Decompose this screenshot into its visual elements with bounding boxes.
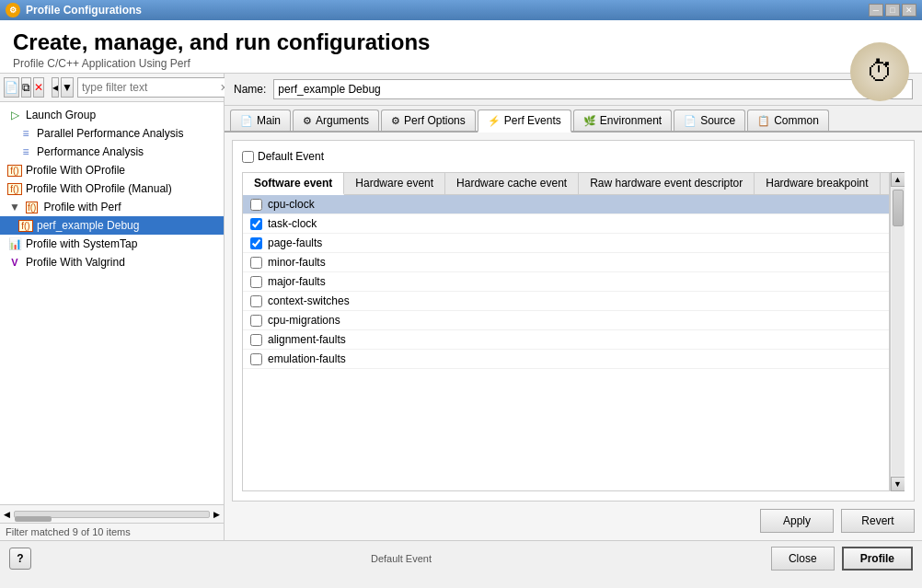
event-table-main: Software event Hardware event Hardware c… <box>242 172 890 491</box>
perf-analysis-icon: ≡ <box>18 145 33 158</box>
help-button[interactable]: ? <box>9 548 31 570</box>
common-tab-icon: 📋 <box>757 115 770 127</box>
cpu-migrations-checkbox[interactable] <box>250 315 262 327</box>
tab-common[interactable]: 📋 Common <box>747 110 829 131</box>
cpu-clock-checkbox[interactable] <box>250 199 262 211</box>
event-tab-raw-hardware[interactable]: Raw hardware event descriptor <box>579 173 755 194</box>
app-icon: ⚙ <box>6 3 20 17</box>
launch-group-icon: ▷ <box>7 109 22 121</box>
default-event-checkbox[interactable] <box>242 151 254 163</box>
perf-example-icon: f() <box>18 220 33 232</box>
perf-events-content: Default Event Software event Hardware ev… <box>232 140 915 502</box>
footer-buttons: Close Profile <box>771 547 913 571</box>
delete-config-button[interactable]: ✕ <box>33 77 44 98</box>
context-switches-checkbox[interactable] <box>250 295 262 307</box>
sidebar-item-parallel-perf[interactable]: ≡ Parallel Performance Analysis <box>0 124 224 143</box>
maximize-button[interactable]: □ <box>885 4 900 17</box>
perf-events-tab-icon: ⚡ <box>488 115 501 127</box>
tab-perf-options-label: Perf Options <box>404 114 466 127</box>
major-faults-checkbox[interactable] <box>250 276 262 288</box>
event-table-wrapper: Software event Hardware event Hardware c… <box>242 172 890 491</box>
tab-perf-options[interactable]: ⚙ Perf Options <box>381 110 476 131</box>
close-button[interactable]: Close <box>771 547 835 571</box>
tab-arguments[interactable]: ⚙ Arguments <box>293 110 379 131</box>
event-row-cpu-clock[interactable]: cpu-clock <box>243 195 889 214</box>
tab-arguments-label: Arguments <box>316 114 369 127</box>
event-list: cpu-clock task-clock page-faults <box>243 195 889 490</box>
page-faults-label: page-faults <box>268 236 322 249</box>
event-row-emulation-faults[interactable]: emulation-faults <box>243 350 889 369</box>
perf-expand-icon: ▼ <box>7 201 22 213</box>
duplicate-config-button[interactable]: ⧉ <box>21 77 31 98</box>
close-button[interactable]: ✕ <box>902 4 916 17</box>
tab-perf-events[interactable]: ⚡ Perf Events <box>478 110 571 133</box>
event-type-tabs: Software event Hardware event Hardware c… <box>243 173 889 195</box>
sidebar-item-label: Profile with SystemTap <box>26 237 137 250</box>
event-tab-software[interactable]: Software event <box>243 173 344 195</box>
sidebar-item-oprofile-manual[interactable]: f() Profile With OProfile (Manual) <box>0 179 224 198</box>
revert-button[interactable]: Revert <box>841 509 915 533</box>
sidebar-item-label: perf_example Debug <box>37 219 139 232</box>
source-tab-icon: 📄 <box>684 115 697 127</box>
sidebar-item-label: Profile With Valgrind <box>26 256 125 269</box>
apply-button[interactable]: Apply <box>760 509 834 533</box>
task-clock-checkbox[interactable] <box>250 218 262 230</box>
tab-environment[interactable]: 🌿 Environment <box>573 110 672 131</box>
collapse-button[interactable]: ◂ <box>52 77 59 98</box>
sidebar-item-oprofile[interactable]: f() Profile With OProfile <box>0 161 224 179</box>
event-row-context-switches[interactable]: context-switches <box>243 292 889 311</box>
event-table-area: Software event Hardware event Hardware c… <box>242 172 905 491</box>
scroll-down-btn[interactable]: ▼ <box>891 477 905 491</box>
sidebar-status: Filter matched 9 of 10 items <box>0 523 224 540</box>
name-bar: Name: <box>225 74 922 106</box>
default-event-checkbox-label[interactable]: Default Event <box>242 150 324 163</box>
sidebar-item-perf-analysis[interactable]: ≡ Performance Analysis <box>0 143 224 161</box>
clock-icon: ⏱ <box>850 42 909 101</box>
alignment-faults-checkbox[interactable] <box>250 334 262 346</box>
main-tab-icon: 📄 <box>240 115 253 127</box>
tab-main[interactable]: 📄 Main <box>230 110 291 131</box>
dropdown-button[interactable]: ▼ <box>61 77 74 98</box>
title-bar-title: Profile Configurations <box>26 4 142 17</box>
event-row-minor-faults[interactable]: minor-faults <box>243 253 889 272</box>
scroll-track <box>14 511 210 518</box>
sidebar-item-valgrind[interactable]: V Profile With Valgrind <box>0 253 224 271</box>
event-tab-hardware[interactable]: Hardware event <box>344 173 445 194</box>
sidebar-item-perf[interactable]: ▼ f() Profile with Perf <box>0 198 224 216</box>
parallel-icon: ≡ <box>18 127 33 140</box>
event-tab-hardware-breakpoint[interactable]: Hardware breakpoint <box>755 173 880 194</box>
environment-tab-icon: 🌿 <box>583 115 596 127</box>
event-row-task-clock[interactable]: task-clock <box>243 214 889 234</box>
scroll-up-btn[interactable]: ▲ <box>891 172 905 187</box>
profile-button[interactable]: Profile <box>842 547 913 571</box>
event-tab-hardware-cache[interactable]: Hardware cache event <box>445 173 579 194</box>
sidebar-scrollbar[interactable]: ◀ ▶ <box>0 504 224 523</box>
header: Create, manage, and run configurations P… <box>0 20 922 74</box>
search-input[interactable] <box>82 81 220 94</box>
sidebar-item-label: Performance Analysis <box>37 145 144 158</box>
vertical-scrollbar[interactable]: ▲ ▼ <box>890 172 905 491</box>
app-logo: ⏱ <box>850 42 909 101</box>
event-row-cpu-migrations[interactable]: cpu-migrations <box>243 311 889 330</box>
tree: ▷ Launch Group ≡ Parallel Performance An… <box>0 102 224 504</box>
tab-source[interactable]: 📄 Source <box>674 110 745 131</box>
search-box: ✕ <box>77 77 233 98</box>
valgrind-icon: V <box>7 257 22 268</box>
scroll-thumb-v[interactable] <box>893 190 904 226</box>
new-config-button[interactable]: 📄 <box>4 77 19 98</box>
scroll-left-btn[interactable]: ◀ <box>4 510 10 519</box>
minimize-button[interactable]: ─ <box>869 4 883 17</box>
title-bar-controls: ─ □ ✕ <box>869 4 916 17</box>
page-faults-checkbox[interactable] <box>250 237 262 249</box>
name-input[interactable] <box>273 79 913 99</box>
scroll-right-btn[interactable]: ▶ <box>213 510 220 519</box>
event-row-major-faults[interactable]: major-faults <box>243 272 889 292</box>
minor-faults-checkbox[interactable] <box>250 257 262 269</box>
content-area: Name: 📄 Main ⚙ Arguments ⚙ Perf Options … <box>225 74 922 540</box>
emulation-faults-checkbox[interactable] <box>250 353 262 365</box>
event-row-alignment-faults[interactable]: alignment-faults <box>243 330 889 350</box>
sidebar-item-launch-group[interactable]: ▷ Launch Group <box>0 106 224 124</box>
sidebar-item-systemtap[interactable]: 📊 Profile with SystemTap <box>0 235 224 253</box>
event-row-page-faults[interactable]: page-faults <box>243 234 889 253</box>
sidebar-item-perf-example[interactable]: f() perf_example Debug <box>0 216 224 235</box>
